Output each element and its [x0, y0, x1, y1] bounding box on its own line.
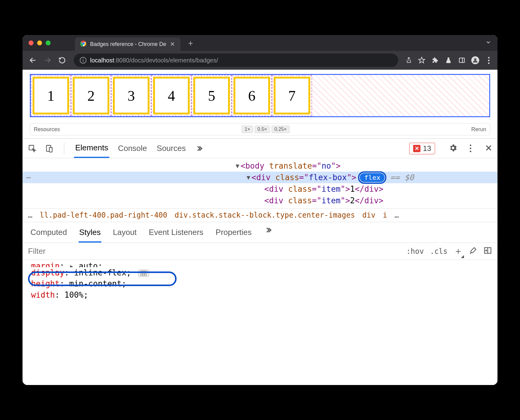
traffic-lights: [29, 40, 51, 45]
dom-html: <div class="item">2</div>: [264, 196, 383, 205]
svg-marker-4: [419, 57, 425, 63]
css-declaration[interactable]: width: 100%;: [31, 289, 489, 300]
side-panel-icon[interactable]: [458, 56, 466, 64]
tab-elements[interactable]: Elements: [74, 139, 109, 158]
cls-toggle[interactable]: .cls: [430, 247, 448, 256]
settings-gear-icon[interactable]: [448, 143, 458, 154]
forward-button[interactable]: [42, 55, 53, 66]
tab-computed[interactable]: Computed: [30, 225, 68, 243]
svg-rect-19: [143, 274, 144, 275]
css-declaration[interactable]: height: min-content;: [31, 278, 489, 289]
dom-html: <div class="flex-box">: [251, 173, 356, 182]
dom-html: <div class="item">1</div>: [264, 184, 383, 194]
zoom-1x-button[interactable]: 1×: [242, 126, 253, 133]
styles-tabs: Computed Styles Layout Event Listeners P…: [23, 222, 497, 243]
browser-tab[interactable]: Badges reference - Chrome De ✕: [75, 37, 181, 51]
dom-node-item[interactable]: <div class="item">2</div>: [23, 195, 497, 206]
devtools-menu-icon[interactable]: [470, 145, 471, 152]
flex-item: 1: [33, 77, 69, 114]
page-content: 1 2 3 4 5 6 7 Resources 1× 0.5× 0.25× Re…: [23, 70, 497, 135]
flexbox-editor-icon[interactable]: [138, 270, 149, 277]
flex-item: 7: [274, 77, 310, 114]
flex-item: 4: [153, 77, 190, 114]
error-x-icon: ✕: [413, 145, 420, 152]
minimize-window-button[interactable]: [37, 40, 42, 45]
styles-toolbar: :hov .cls ＋: [23, 243, 497, 260]
flex-item: 5: [193, 77, 230, 114]
breadcrumb-item[interactable]: div.stack.stack--block.type.center-image…: [174, 211, 355, 219]
zoom-buttons: 1× 0.5× 0.25×: [242, 126, 289, 133]
breadcrumb[interactable]: … ll.pad-left-400.pad-right-400 div.stac…: [23, 208, 497, 222]
browser-window: Badges reference - Chrome De ✕ ＋ i local…: [23, 35, 497, 385]
svg-rect-17: [145, 271, 146, 273]
dom-node-body[interactable]: ▼ <body translate="no">: [23, 160, 497, 172]
menu-kebab-icon[interactable]: [485, 56, 493, 64]
svg-rect-5: [459, 58, 465, 63]
styles-rules[interactable]: margin: ▸ auto; display: inline-flex; he…: [23, 260, 497, 303]
maximize-window-button[interactable]: [46, 40, 51, 45]
labs-icon[interactable]: [444, 56, 452, 64]
collapse-toggle-icon[interactable]: ▼: [247, 174, 250, 181]
more-styles-tabs-icon[interactable]: [263, 225, 273, 235]
dom-tree[interactable]: ▼ <body translate="no"> ▼ <div class="fl…: [23, 158, 497, 208]
selected-element-marker: == $0: [390, 173, 414, 182]
flex-item: 3: [113, 77, 149, 114]
error-count-badge[interactable]: ✕ 13: [409, 143, 435, 154]
share-icon[interactable]: [404, 56, 412, 64]
svg-point-1: [82, 42, 85, 45]
dom-node-item[interactable]: <div class="item">1</div>: [23, 183, 497, 195]
css-declaration[interactable]: display: inline-flex;: [31, 267, 489, 278]
tab-title: Badges reference - Chrome De: [90, 41, 166, 47]
address-bar[interactable]: i localhost:8080/docs/devtools/elements/…: [74, 54, 398, 67]
svg-rect-16: [143, 271, 144, 273]
flex-badge[interactable]: flex: [360, 173, 385, 182]
bookmark-star-icon[interactable]: [418, 56, 426, 64]
toolbar: i localhost:8080/docs/devtools/elements/…: [23, 51, 497, 70]
tab-console[interactable]: Console: [117, 139, 148, 157]
extensions-icon[interactable]: [431, 56, 439, 64]
zoom-05x-button[interactable]: 0.5×: [255, 126, 270, 133]
breadcrumb-item[interactable]: i: [383, 211, 387, 219]
css-declaration[interactable]: margin: ▸ auto;: [31, 261, 489, 267]
sidebar-toggle-icon[interactable]: [483, 246, 492, 257]
dom-node-flexbox[interactable]: ▼ <div class="flex-box"> flex == $0: [23, 172, 497, 183]
zoom-025x-button[interactable]: 0.25×: [272, 126, 289, 133]
devtools-panel: Elements Console Sources ✕ 13 ▼ <body tr…: [23, 138, 497, 385]
hov-toggle[interactable]: :hov: [406, 247, 424, 256]
site-info-icon[interactable]: i: [80, 57, 86, 64]
paintbrush-icon[interactable]: [469, 246, 477, 257]
back-button[interactable]: [27, 55, 38, 66]
breadcrumb-ellipsis[interactable]: …: [28, 211, 32, 219]
devtools-tabs: Elements Console Sources ✕ 13: [23, 139, 497, 158]
styles-filter-input[interactable]: [28, 247, 400, 256]
toolbar-icons: [404, 56, 493, 64]
svg-rect-20: [145, 274, 146, 275]
rerun-button[interactable]: Rerun: [471, 126, 486, 133]
tabs-dropdown-icon[interactable]: [485, 39, 491, 47]
new-rule-button[interactable]: ＋: [454, 245, 463, 257]
more-tabs-chevron-icon[interactable]: [194, 144, 204, 153]
devtools-close-icon[interactable]: [485, 144, 493, 153]
new-tab-button[interactable]: ＋: [187, 38, 195, 48]
tab-close-icon[interactable]: ✕: [170, 40, 175, 48]
demo-toolbar: Resources 1× 0.5× 0.25× Rerun: [30, 123, 490, 135]
profile-avatar-icon[interactable]: [471, 56, 479, 64]
tab-styles[interactable]: Styles: [79, 225, 101, 243]
flex-item: 2: [73, 77, 109, 114]
tab-layout[interactable]: Layout: [112, 225, 137, 243]
tab-sources[interactable]: Sources: [156, 139, 187, 157]
tab-properties[interactable]: Properties: [215, 225, 252, 243]
error-count: 13: [423, 144, 431, 153]
resources-button[interactable]: Resources: [34, 126, 60, 133]
close-window-button[interactable]: [29, 40, 33, 45]
svg-rect-15: [141, 271, 142, 273]
tab-event-listeners[interactable]: Event Listeners: [148, 225, 204, 243]
svg-rect-18: [141, 274, 142, 275]
inspect-element-icon[interactable]: [27, 144, 37, 153]
device-toggle-icon[interactable]: [44, 144, 54, 153]
breadcrumb-item[interactable]: ll.pad-left-400.pad-right-400: [40, 211, 167, 219]
breadcrumb-item[interactable]: div: [362, 211, 375, 219]
collapse-toggle-icon[interactable]: ▼: [236, 162, 239, 170]
reload-button[interactable]: [57, 55, 68, 66]
breadcrumb-ellipsis[interactable]: …: [395, 211, 399, 219]
